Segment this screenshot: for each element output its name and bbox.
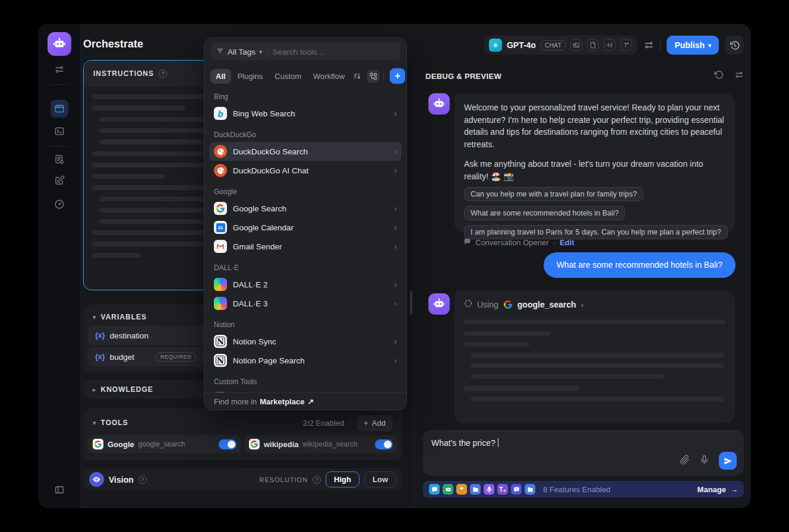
suggestion-chip[interactable]: Can you help me with a travel plan for f…	[464, 187, 643, 201]
preview-settings-icon[interactable]	[643, 40, 654, 50]
rail-divider	[51, 84, 68, 85]
dalle-icon	[214, 297, 227, 310]
chevron-down-icon: ▾	[708, 42, 711, 49]
folder-feature-icon	[470, 484, 481, 495]
tool-row-notion-sync[interactable]: N Notion Sync›	[209, 332, 402, 351]
sidebar-item-orchestrate-browser-icon[interactable]	[51, 100, 68, 118]
model-name: GPT-4o	[507, 40, 536, 50]
rail-divider	[51, 146, 68, 147]
sidebar-item-dashboard-icon[interactable]	[51, 195, 68, 213]
knowledge-title: KNOWLEDGE	[101, 385, 153, 394]
chevron-down-icon[interactable]: ▾	[93, 419, 96, 427]
create-tool-button[interactable]: +	[390, 68, 405, 84]
attach-file-icon[interactable]	[680, 455, 690, 467]
chevron-right-icon: ›	[394, 204, 397, 213]
tool-picker-tabs: All Plugins Custom Workflow +	[210, 68, 400, 84]
tool-list: Bing b Bing Web Search› DuckDuckGo DuckD…	[204, 85, 406, 392]
tool-call-header[interactable]: Using google_search ›	[464, 299, 725, 310]
model-settings-icon[interactable]	[51, 61, 68, 78]
marketplace-link[interactable]: Marketplace	[260, 397, 304, 406]
tab-workflow[interactable]: Workflow	[308, 69, 350, 84]
tool-row-duckduckgo-ai-chat[interactable]: DuckDuckGo AI Chat›	[209, 161, 402, 180]
tool-chip-wikipedia[interactable]: wikipedia wikipedia_search	[244, 435, 397, 453]
sidebar-item-terminal-icon[interactable]	[51, 122, 68, 140]
group-view-icon[interactable]	[367, 70, 380, 83]
using-label: Using	[477, 300, 498, 309]
tool-row-google-search[interactable]: Google Search›	[209, 199, 402, 218]
tab-all[interactable]: All	[210, 69, 231, 84]
required-badge: REQUIRED	[156, 352, 196, 362]
google-icon	[503, 300, 513, 309]
resolution-label: RESOLUTION	[260, 476, 308, 483]
arrow-right-icon: →	[730, 485, 738, 494]
sidebar-item-edit-icon[interactable]	[51, 172, 68, 189]
chevron-right-icon[interactable]: ▸	[93, 386, 96, 394]
message-composer[interactable]: What's the price?	[423, 430, 744, 476]
publish-button[interactable]: Publish▾	[667, 36, 719, 55]
features-enabled-count: 8 Features Enabled	[543, 485, 610, 494]
tab-plugins[interactable]: Plugins	[232, 69, 269, 84]
resolution-high-button[interactable]: High	[326, 471, 359, 487]
edit-opener-link[interactable]: Edit	[560, 238, 575, 247]
tag-filter-dropdown[interactable]: All Tags ▾	[216, 47, 263, 56]
help-icon[interactable]: ?	[138, 476, 147, 484]
assistant-tool-message: Using google_search ›	[455, 291, 735, 423]
sort-icon[interactable]	[351, 70, 364, 83]
tab-custom[interactable]: Custom	[269, 69, 307, 84]
add-tool-button[interactable]: +Add	[356, 415, 393, 431]
tool-group-label: Bing	[214, 93, 397, 101]
manage-features-link[interactable]: Manage→	[698, 485, 738, 494]
page-title: Orchestrate	[83, 38, 143, 50]
variable-name: destination	[110, 331, 149, 340]
opener-separator: ·	[553, 238, 556, 247]
help-icon[interactable]: ?	[313, 476, 321, 484]
tool-row-google-calendar[interactable]: 31 Google Calendar›	[209, 218, 402, 237]
preview-options-icon[interactable]	[734, 70, 744, 82]
model-selector[interactable]: ✳ GPT-4o CHAT	[484, 36, 638, 55]
chevron-down-icon: ▾	[259, 48, 263, 56]
tool-row-dalle-3[interactable]: DALL·E 3›	[209, 294, 402, 313]
collapse-sidebar-icon[interactable]	[51, 481, 68, 499]
tool-search-bar: All Tags ▾	[210, 43, 400, 61]
tool-name: Google	[108, 440, 134, 449]
voice-input-icon[interactable]	[699, 455, 709, 467]
tool-id: wikipedia_search	[303, 440, 358, 448]
resolution-low-button[interactable]: Low	[364, 471, 396, 487]
variable-icon: {x}	[95, 353, 105, 361]
sidebar-item-logs-icon[interactable]	[51, 150, 68, 168]
tools-section: ▾ TOOLS 2/2 Enabled +Add Google google_s…	[83, 408, 402, 460]
tool-toggle-on[interactable]	[219, 439, 236, 449]
app-window: Orchestrate INSTRUCTIONS ?	[38, 24, 751, 508]
version-history-button[interactable]	[725, 36, 744, 55]
message-input[interactable]: What's the price?	[431, 438, 496, 448]
chevron-down-icon[interactable]: ▾	[93, 314, 96, 321]
help-icon[interactable]: ?	[159, 69, 167, 78]
tool-row-dalle-2[interactable]: DALL·E 2›	[209, 275, 402, 294]
tool-row-gmail-sender[interactable]: Gmail Sender›	[209, 237, 402, 256]
send-button[interactable]	[719, 452, 737, 470]
tool-call-name: google_search	[517, 300, 576, 309]
dalle-icon	[214, 278, 227, 291]
tool-toggle-on[interactable]	[375, 439, 393, 449]
tools-title: TOOLS	[101, 419, 128, 427]
openai-logo-icon: ✳	[489, 39, 502, 52]
chevron-right-icon: ›	[394, 337, 397, 346]
search-tools-input[interactable]	[273, 48, 394, 56]
tool-id: google_search	[138, 440, 185, 448]
google-icon	[93, 439, 103, 449]
divider	[660, 39, 661, 51]
marketplace-footer[interactable]: Find more in Marketplace ↗	[204, 392, 406, 410]
tool-row-duckduckgo-search[interactable]: DuckDuckGo Search›	[209, 142, 402, 161]
tool-row-bing-web-search[interactable]: b Bing Web Search›	[209, 104, 402, 123]
google-calendar-icon: 31	[214, 221, 227, 234]
divider	[267, 47, 268, 56]
folder-feature-icon	[525, 484, 535, 495]
tool-chip-google[interactable]: Google google_search	[88, 435, 241, 453]
tool-row-notion-page-search[interactable]: N Notion Page Search›	[209, 351, 402, 370]
captions-feature-icon	[443, 484, 453, 495]
suggestion-chip[interactable]: What are some recommended hotels in Bali…	[464, 206, 625, 220]
scrollbar-thumb[interactable]	[410, 291, 412, 315]
reset-conversation-icon[interactable]	[714, 70, 724, 82]
app-logo-robot-icon[interactable]	[48, 32, 71, 56]
vision-section: Vision ? RESOLUTION ? High Low	[83, 468, 402, 490]
